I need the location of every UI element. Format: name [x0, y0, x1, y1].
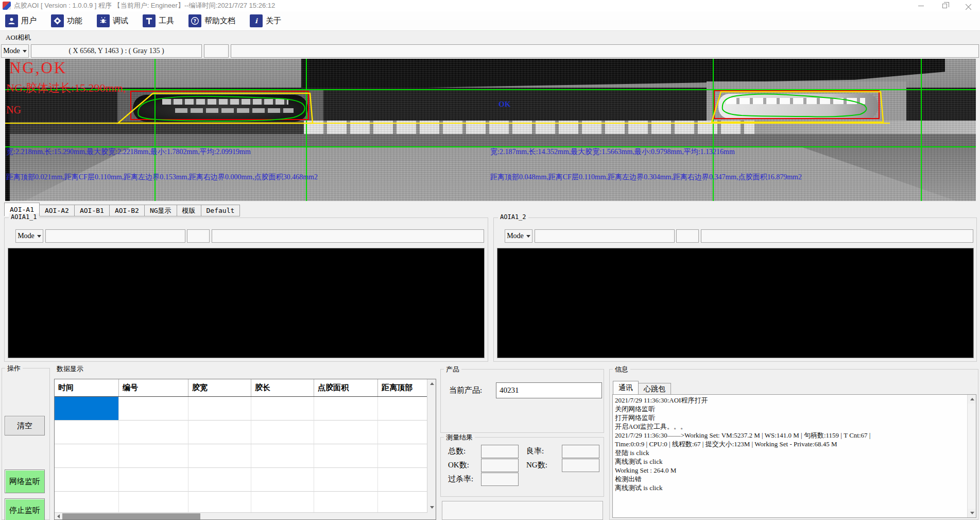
minimize-icon [918, 6, 924, 6]
table-cell[interactable] [188, 421, 251, 444]
table-cell[interactable] [251, 468, 314, 492]
table-cell[interactable] [188, 397, 251, 421]
table-cell[interactable] [378, 397, 427, 421]
result-value-field[interactable] [562, 459, 599, 472]
minimize-button[interactable] [909, 0, 933, 11]
table-horizontal-scrollbar[interactable] [55, 512, 427, 519]
table-cell[interactable] [314, 397, 378, 421]
table-cell[interactable] [119, 397, 188, 421]
debug-icon [97, 14, 110, 27]
scroll-left-icon[interactable] [55, 513, 62, 519]
log-scrollbar[interactable] [967, 395, 976, 517]
scroll-up-icon[interactable] [968, 395, 976, 404]
table-column-header[interactable]: 编号 [119, 379, 188, 396]
table-cell[interactable] [119, 444, 188, 468]
panel-left-field3[interactable] [212, 229, 484, 243]
result-value-field[interactable] [562, 445, 599, 458]
scroll-up-icon[interactable] [427, 379, 436, 388]
table-cell[interactable] [251, 421, 314, 444]
panel-left-field2[interactable] [187, 229, 210, 243]
table-column-header[interactable]: 点胶面积 [314, 379, 378, 396]
camera-mode-dropdown[interactable]: Mode [1, 44, 29, 58]
table-cell[interactable] [378, 468, 427, 492]
current-product-input[interactable] [496, 382, 602, 398]
left-measure-line1: 宽:2.218mm,长:15.290mm,最大胶宽:2.2218mm,最小:1.… [6, 147, 251, 157]
toolbar-button-help[interactable]: ? 帮助文档 [188, 14, 235, 27]
camera-status-field[interactable] [231, 44, 979, 58]
panel-right-field1[interactable] [535, 229, 675, 243]
panel-right-mode-dropdown[interactable]: Mode [505, 229, 532, 243]
table-cell[interactable] [314, 444, 378, 468]
panel-right-field3[interactable] [701, 229, 973, 243]
table-cell[interactable] [314, 421, 378, 444]
info-tab-心跳包[interactable]: 心跳包 [639, 383, 671, 395]
op-button-clear[interactable]: 清空 [5, 416, 45, 435]
camera-aux-field[interactable] [204, 44, 229, 58]
scroll-down-icon[interactable] [968, 509, 976, 517]
camera-coord-field[interactable]: ( X 6568, Y 1463 ) : ( Gray 135 ) [31, 44, 202, 58]
info-tab-通讯[interactable]: 通讯 [613, 381, 639, 395]
panel-left-mode-dropdown[interactable]: Mode [15, 229, 43, 243]
log-line: 离线测试 is click [615, 483, 966, 492]
table-selected-cell[interactable] [55, 397, 119, 421]
panel-right-image-area[interactable] [497, 248, 974, 358]
panel-left-image-area[interactable] [8, 248, 485, 358]
chevron-down-icon [37, 235, 41, 238]
table-cell[interactable] [55, 468, 119, 492]
tab-aoi-b2[interactable]: AOI-B2 [110, 205, 145, 216]
table-cell[interactable] [251, 444, 314, 468]
table-row[interactable] [55, 468, 436, 492]
table-cell[interactable] [188, 468, 251, 492]
op-button-net-listen[interactable]: 网络监听 [5, 469, 45, 493]
table-vertical-scrollbar[interactable] [427, 379, 436, 519]
toolbar-button-label: 关于 [266, 16, 281, 26]
user-icon [5, 14, 18, 27]
table-column-header[interactable]: 时间 [55, 379, 119, 396]
horizontal-scroll-thumb[interactable] [62, 513, 200, 519]
table-cell[interactable] [378, 421, 427, 444]
close-button[interactable] [956, 0, 980, 11]
table-cell[interactable] [188, 444, 251, 468]
log-line: 登陆 is click [615, 448, 966, 457]
table-row[interactable] [55, 444, 436, 468]
toolbar-button-label: 工具 [159, 16, 174, 26]
table-cell[interactable] [378, 444, 427, 468]
tab-default[interactable]: Default [201, 205, 240, 216]
toolbar-button-tools[interactable]: 工具 [143, 14, 174, 27]
panel-left-field1[interactable] [45, 229, 185, 243]
tab-模版[interactable]: 模版 [177, 205, 201, 216]
table-column-header[interactable]: 胶长 [251, 379, 314, 396]
table-cell[interactable] [55, 444, 119, 468]
result-value-field[interactable] [481, 445, 519, 458]
toolbar-button-function[interactable]: 功能 [51, 14, 82, 27]
result-value-field[interactable] [481, 459, 519, 472]
scroll-down-icon[interactable] [427, 503, 436, 512]
table-column-header[interactable]: 距离顶部 [378, 379, 427, 396]
toolbar-button-debug[interactable]: 调试 [97, 14, 128, 27]
help-icon: ? [188, 14, 201, 27]
restore-button[interactable] [933, 0, 956, 11]
tab-aoi-b1[interactable]: AOI-B1 [75, 205, 110, 216]
result-value-field[interactable] [481, 473, 519, 486]
table-cell[interactable] [55, 421, 119, 444]
log-line: 打开网络监听 [615, 413, 966, 422]
result-label: OK数: [448, 460, 481, 470]
table-row[interactable] [55, 421, 436, 444]
table-cell[interactable] [251, 397, 314, 421]
toolbar-button-user[interactable]: 用户 [5, 14, 37, 27]
table-row[interactable] [55, 397, 436, 421]
tab-aoi-a2[interactable]: AOI-A2 [40, 205, 75, 216]
table-column-header[interactable]: 胶宽 [188, 379, 251, 396]
tab-ng显示[interactable]: NG显示 [145, 205, 177, 216]
table-cell[interactable] [119, 468, 188, 492]
panel-right-field2[interactable] [676, 229, 699, 243]
log-box[interactable]: 2021/7/29 11:36:30:AOI程序打开关闭网络监听打开网络监听开启… [612, 394, 976, 518]
table-cell[interactable] [119, 421, 188, 444]
op-button-stop-listen[interactable]: 停止监听 [5, 498, 45, 520]
toolbar-button-about[interactable]: i 关于 [250, 14, 281, 27]
results-group-label: 测量结果 [444, 433, 475, 442]
window-title: 点胶AOI [ Version : 1.0.0.9 ] 程序 【当前用户: En… [14, 0, 275, 11]
chevron-down-icon [23, 50, 27, 53]
camera-image-viewport[interactable]: NG,OK NG:胶体过长:15.290mm, NG OK 宽:2.218mm,… [5, 59, 976, 201]
table-cell[interactable] [314, 468, 378, 492]
